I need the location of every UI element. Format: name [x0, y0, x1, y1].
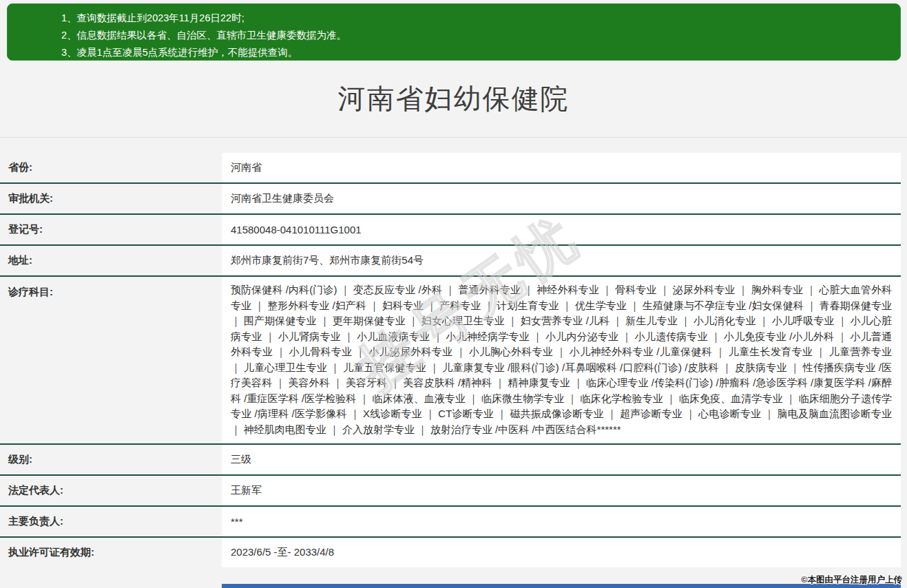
page-title: 河南省妇幼保健院: [338, 80, 570, 118]
bottom-blue-bar: [222, 584, 901, 588]
row-value: 河南省卫生健康委员会: [222, 184, 901, 213]
row-label: 登记号:: [0, 215, 222, 244]
row-value: 41580048-041010111G1001: [222, 215, 901, 244]
row-value: 王新军: [222, 476, 901, 505]
row-value: 三级: [222, 445, 901, 474]
row-label: 法定代表人:: [0, 476, 222, 505]
row-label: 审批机关:: [0, 184, 222, 213]
row-value: 郑州市康复前街7号、郑州市康复前街54号: [222, 246, 901, 275]
table-spacer: [0, 138, 907, 153]
table-row: 审批机关: 河南省卫生健康委员会: [0, 184, 901, 215]
notice-line: 1、查询数据截止到2023年11月26日22时;: [61, 10, 886, 27]
table-row: 级别: 三级: [0, 445, 901, 476]
table-row: 执业许可证有效期: 2023/6/5 -至- 2033/4/8: [0, 538, 901, 567]
row-label: 主要负责人:: [0, 507, 222, 536]
row-label: 诊疗科目:: [0, 277, 222, 443]
notice-line: 2、信息数据结果以各省、自治区、直辖市卫生健康委数据为准。: [61, 27, 886, 44]
row-label: 省份:: [0, 153, 222, 182]
notice-line: 3、凌晨1点至凌晨5点系统进行维护，不能提供查询。: [61, 44, 886, 61]
info-table: 省份: 河南省 审批机关: 河南省卫生健康委员会 登记号: 41580048-0…: [0, 153, 901, 567]
row-value: 预防保健科 /内科(门诊) ｜ 变态反应专业 /外科 ｜ 普通外科专业 ｜ 神经…: [222, 277, 901, 443]
notice-banner: 1、查询数据截止到2023年11月26日22时;2、信息数据结果以各省、自治区、…: [7, 3, 901, 61]
row-label: 级别:: [0, 445, 222, 474]
query-result-page: 1、查询数据截止到2023年11月26日22时;2、信息数据结果以各省、自治区、…: [0, 0, 907, 588]
table-row: 登记号: 41580048-041010111G1001: [0, 215, 901, 246]
row-value: ***: [222, 507, 901, 536]
row-value: 河南省: [222, 153, 901, 182]
row-value: 2023/6/5 -至- 2033/4/8: [222, 538, 901, 567]
table-row: 法定代表人: 王新军: [0, 476, 901, 507]
title-section: 河南省妇幼保健院: [0, 61, 907, 138]
table-row: 地址: 郑州市康复前街7号、郑州市康复前街54号: [0, 246, 901, 277]
notice-list: 1、查询数据截止到2023年11月26日22时;2、信息数据结果以各省、自治区、…: [61, 10, 886, 61]
table-row: 主要负责人: ***: [0, 507, 901, 538]
row-label: 执业许可证有效期:: [0, 538, 222, 567]
attribution-badge: ©本图由平台注册用户上传: [801, 574, 902, 586]
table-row: 省份: 河南省: [0, 153, 901, 184]
row-label: 地址:: [0, 246, 222, 275]
table-row: 诊疗科目: 预防保健科 /内科(门诊) ｜ 变态反应专业 /外科 ｜ 普通外科专…: [0, 277, 901, 445]
